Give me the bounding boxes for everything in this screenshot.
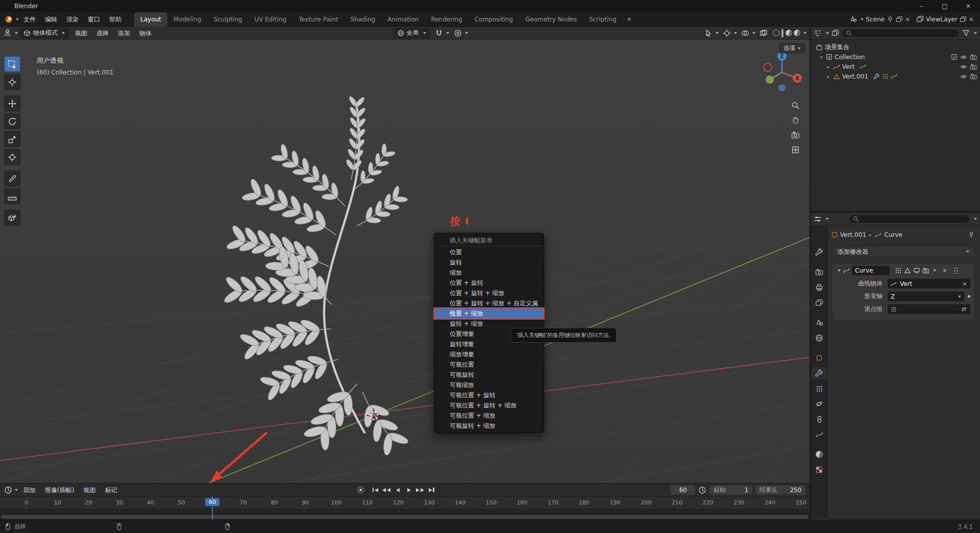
keyframe-menu-item[interactable]: 旋转: [434, 257, 544, 268]
current-frame-field[interactable]: 60: [671, 486, 695, 495]
viewport-menu-item[interactable]: 物体: [135, 27, 156, 40]
properties-editor-caret[interactable]: [826, 218, 829, 220]
mode-selector[interactable]: 物体模式: [19, 28, 69, 38]
timeline-menu-item[interactable]: 回放: [19, 483, 40, 497]
shading-rendered-icon[interactable]: [794, 30, 800, 36]
viewport-menu-item[interactable]: 视图: [70, 27, 92, 40]
expand-icon[interactable]: ▸: [826, 64, 831, 69]
play-reverse-button[interactable]: [393, 486, 403, 495]
properties-options-caret[interactable]: [974, 218, 977, 220]
menu-item[interactable]: 渲染: [62, 13, 83, 26]
workspace-tab[interactable]: Scripting: [583, 12, 622, 27]
selectability-icon[interactable]: [704, 29, 713, 37]
outliner-row-collection[interactable]: ▾ Collection: [811, 52, 980, 62]
workspace-tab[interactable]: Animation: [381, 12, 425, 27]
zoom-icon[interactable]: [791, 101, 800, 110]
orientation-selector[interactable]: 全局: [393, 28, 430, 38]
overlays-caret[interactable]: [752, 32, 755, 34]
maximize-button[interactable]: □: [933, 0, 957, 12]
current-frame-marker[interactable]: 60: [205, 498, 219, 506]
tab-object[interactable]: [812, 352, 827, 364]
keyframe-menu-item[interactable]: 位置 + 旋转: [434, 278, 544, 288]
overlays-icon[interactable]: [741, 29, 749, 37]
on-cage-toggle-icon[interactable]: [895, 267, 902, 274]
frame-end-field[interactable]: 结束点250: [755, 486, 805, 495]
breadcrumb-object[interactable]: Vert.001: [840, 231, 866, 238]
frame-start-field[interactable]: 起始1: [709, 486, 752, 495]
pan-hand-icon[interactable]: [791, 116, 800, 125]
keyframe-menu-item[interactable]: 可视旋转 + 缩放: [434, 421, 544, 431]
menu-item[interactable]: 编辑: [40, 13, 62, 26]
tool-select-box[interactable]: [4, 56, 20, 72]
collection-checkbox-icon[interactable]: [826, 54, 832, 60]
workspace-tab[interactable]: Rendering: [425, 12, 468, 27]
blender-logo-icon[interactable]: [4, 15, 13, 24]
tab-modifiers[interactable]: [812, 367, 827, 379]
timeline-ruler[interactable]: 0102030405060708090100110120130140150160…: [0, 497, 810, 509]
camera-view-icon[interactable]: [791, 131, 800, 139]
tab-constraints[interactable]: [812, 413, 827, 425]
outliner-editor-icon[interactable]: [814, 29, 822, 37]
curve-object-field[interactable]: Vert ×: [888, 279, 970, 288]
shading-caret[interactable]: [803, 32, 806, 34]
gizmo-y-axis[interactable]: [766, 76, 774, 84]
outliner[interactable]: 场景集合 ▾ Collection ▸ Vert: [811, 27, 980, 212]
unlink-scene-icon[interactable]: ×: [905, 16, 910, 23]
proportional-caret[interactable]: [465, 32, 468, 34]
keyframe-menu-item[interactable]: 可视缩放: [434, 380, 544, 390]
new-scene-icon[interactable]: [896, 16, 903, 23]
viewport-3d[interactable]: 物体模式 视图选择添加物体 全局: [0, 27, 810, 483]
workspace-tab[interactable]: Modeling: [167, 12, 208, 27]
next-keyframe-button[interactable]: [415, 486, 425, 495]
editor-type-caret[interactable]: [15, 32, 18, 34]
collapse-icon[interactable]: ▾: [819, 55, 824, 60]
jump-to-start-button[interactable]: [370, 486, 380, 495]
proportional-edit-icon[interactable]: [454, 29, 462, 37]
outliner-search[interactable]: [842, 29, 960, 38]
keyframe-menu-item[interactable]: 可视位置 + 缩放: [434, 410, 544, 421]
tool-cursor[interactable]: [4, 74, 20, 90]
tab-world[interactable]: [812, 332, 827, 344]
tool-add-cube[interactable]: [4, 210, 20, 226]
tool-measure[interactable]: [4, 188, 20, 204]
viewport-menu-item[interactable]: 选择: [92, 27, 113, 40]
navigation-gizmo[interactable]: Z X: [758, 49, 805, 96]
tool-move[interactable]: [4, 95, 20, 111]
menu-item[interactable]: 窗口: [83, 13, 105, 26]
shading-material-icon[interactable]: [786, 30, 792, 36]
snap-magnet-icon[interactable]: [435, 29, 443, 37]
workspace-tab[interactable]: UV Editing: [248, 12, 292, 27]
render-toggle-icon[interactable]: [922, 267, 929, 274]
viewport-menu-item[interactable]: 添加: [113, 27, 135, 40]
ortho-toggle-icon[interactable]: [791, 146, 800, 154]
drag-handle-icon[interactable]: [953, 267, 959, 274]
keyframe-menu-item[interactable]: 位置 + 缩放: [434, 308, 544, 319]
exclude-checkbox-icon[interactable]: [951, 54, 958, 60]
modifier-extras-caret[interactable]: [933, 270, 936, 272]
timeline-editor[interactable]: 回放抠像(插帧)视图标记 60 起始1 结束点250 0102030405060…: [0, 483, 810, 520]
shading-solid-active[interactable]: [781, 29, 784, 38]
keyframe-menu-item[interactable]: 可视位置: [434, 359, 544, 370]
tab-tool[interactable]: [812, 246, 827, 258]
viewlayer-selector[interactable]: ViewLayer ×: [916, 15, 974, 23]
preview-range-clock-icon[interactable]: [698, 486, 706, 494]
workspace-tab[interactable]: Layout: [134, 12, 167, 27]
disable-render-camera-icon[interactable]: [970, 63, 977, 70]
tab-particles[interactable]: [812, 382, 827, 395]
realtime-toggle-icon[interactable]: [913, 267, 920, 274]
viewport-canvas[interactable]: [0, 27, 810, 483]
keyframe-menu-item[interactable]: 可视旋转: [434, 370, 544, 380]
deform-axis-dropdown[interactable]: Z: [888, 292, 964, 301]
tab-object-data[interactable]: [812, 428, 827, 441]
menu-item[interactable]: 帮助: [105, 13, 126, 26]
keyframe-menu-item[interactable]: 位置 + 旋转 + 缩放: [434, 288, 544, 298]
prev-keyframe-button[interactable]: [381, 486, 391, 495]
gizmos-caret[interactable]: [734, 32, 737, 34]
timeline-track[interactable]: [0, 509, 810, 520]
outliner-row-vert[interactable]: ▸ Vert: [811, 62, 980, 71]
workspace-tab[interactable]: Compositing: [469, 12, 519, 27]
keyframe-menu-item[interactable]: 缩放: [434, 268, 544, 278]
shading-wireframe-icon[interactable]: [773, 30, 779, 36]
workspace-tab[interactable]: Texture Paint: [292, 12, 344, 27]
expand-icon[interactable]: ▸: [826, 74, 831, 79]
